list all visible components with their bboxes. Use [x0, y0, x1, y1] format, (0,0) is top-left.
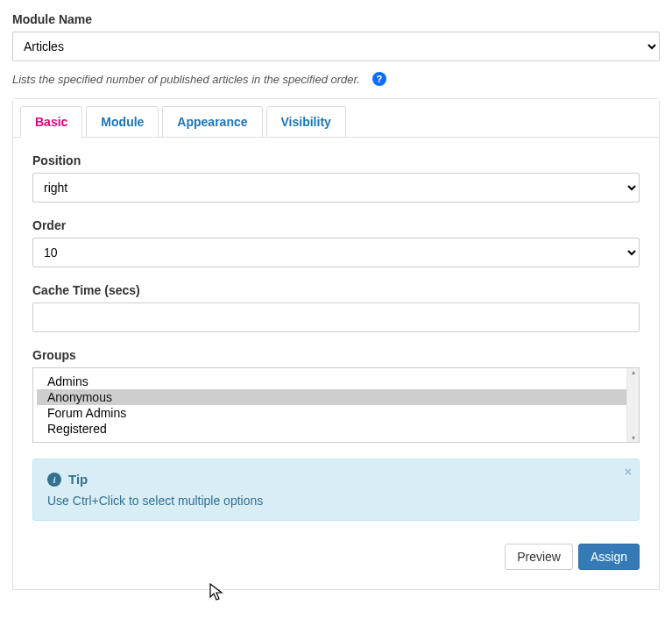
tab-strip: Basic Module Appearance Visibility — [13, 99, 659, 138]
tip-heading: Tip — [68, 472, 88, 487]
module-name-label: Module Name — [12, 12, 660, 26]
tip-body: Use Ctrl+Click to select multiple option… — [47, 494, 625, 508]
scrollbar[interactable]: ▴▾ — [626, 368, 639, 442]
preview-button[interactable]: Preview — [505, 544, 573, 570]
position-label: Position — [32, 153, 640, 167]
groups-option[interactable]: Admins — [37, 374, 635, 389]
module-description: Lists the specified number of published … — [12, 73, 360, 86]
close-icon[interactable]: × — [625, 465, 632, 479]
position-select[interactable]: right — [32, 173, 640, 203]
groups-select-wrap: AdminsAnonymousForum AdminsRegistered ▴▾ — [32, 367, 640, 443]
order-select[interactable]: 10 — [32, 238, 640, 267]
tab-appearance[interactable]: Appearance — [162, 106, 262, 137]
assign-button[interactable]: Assign — [578, 544, 640, 570]
groups-select[interactable]: AdminsAnonymousForum AdminsRegistered — [33, 368, 639, 442]
tab-visibility[interactable]: Visibility — [266, 106, 346, 137]
groups-option[interactable]: Registered — [37, 421, 635, 437]
groups-option[interactable]: Forum Admins — [37, 405, 635, 421]
tabs-container: Basic Module Appearance Visibility Posit… — [12, 98, 660, 590]
info-icon: i — [47, 473, 61, 487]
tip-box: × i Tip Use Ctrl+Click to select multipl… — [32, 459, 640, 521]
groups-option[interactable]: Anonymous — [37, 389, 635, 405]
groups-label: Groups — [32, 348, 640, 362]
help-icon[interactable]: ? — [372, 72, 386, 86]
cache-time-input[interactable] — [32, 302, 640, 332]
module-name-select[interactable]: Articles — [12, 32, 660, 61]
tab-basic[interactable]: Basic — [20, 106, 82, 138]
tab-body-basic: Position right Order 10 Cache Time (secs… — [13, 138, 659, 589]
tab-module[interactable]: Module — [86, 106, 159, 137]
order-label: Order — [32, 218, 640, 232]
action-row: Preview Assign — [32, 544, 640, 570]
cache-time-label: Cache Time (secs) — [32, 283, 640, 297]
